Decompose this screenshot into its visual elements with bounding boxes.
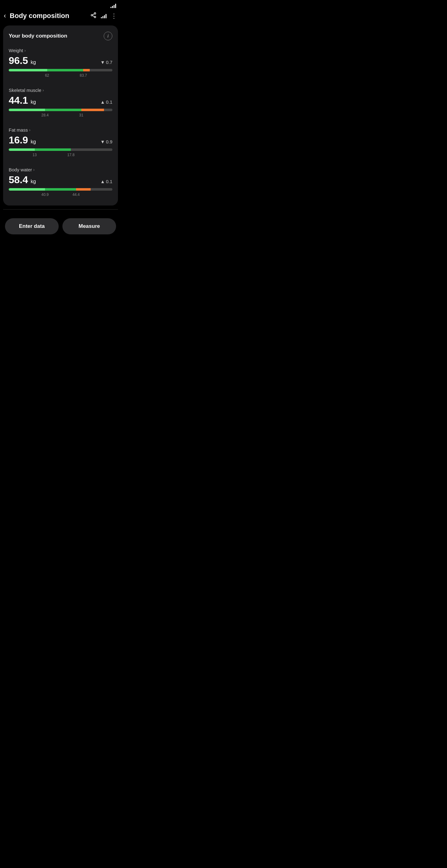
skeletal-chevron-icon: ›	[42, 88, 44, 93]
signal-icon	[110, 3, 116, 8]
skeletal-muscle-section: Skeletal muscle › 44.1 kg ▲ 0.1 28.4 31	[9, 88, 113, 119]
page-header: ‹ Body composition ⋮	[0, 9, 121, 24]
page-title: Body composition	[10, 12, 87, 20]
weight-value: 96.5 kg	[9, 55, 36, 66]
enter-data-button[interactable]: Enter data	[5, 218, 59, 235]
weight-section: Weight › 96.5 kg ▼ 0.7 62 83.7	[9, 48, 113, 79]
weight-delta: ▼ 0.7	[100, 60, 113, 65]
body-water-section: Body water › 58.4 kg ▲ 0.1 40.9 44.4	[9, 167, 113, 198]
body-water-value: 58.4 kg	[9, 174, 36, 186]
body-water-bar	[9, 188, 113, 191]
bottom-actions: Enter data Measure	[0, 215, 121, 243]
share-button[interactable]	[90, 12, 97, 20]
body-water-label[interactable]: Body water ›	[9, 167, 113, 172]
body-water-chevron-icon: ›	[33, 167, 34, 172]
back-button[interactable]: ‹	[4, 12, 6, 20]
measure-button[interactable]: Measure	[62, 218, 116, 235]
body-water-bar-labels: 40.9 44.4	[9, 192, 113, 198]
weight-chevron-icon: ›	[24, 48, 26, 53]
fat-mass-value-row: 16.9 kg ▼ 0.9	[9, 134, 113, 146]
fat-mass-chevron-icon: ›	[29, 128, 30, 132]
info-button[interactable]: i	[104, 32, 113, 40]
fat-mass-delta: ▼ 0.9	[100, 139, 113, 144]
weight-bar	[9, 69, 113, 71]
svg-line-4	[93, 14, 94, 14]
skeletal-muscle-bar-labels: 28.4 31	[9, 113, 113, 119]
body-water-delta: ▲ 0.1	[100, 179, 113, 184]
skeletal-muscle-bar	[9, 108, 113, 111]
fat-mass-section: Fat mass › 16.9 kg ▼ 0.9 13 17.8	[9, 127, 113, 158]
card-header: Your body composition i	[9, 32, 113, 40]
fat-mass-bar	[9, 148, 113, 151]
signal-bars-icon	[101, 13, 106, 18]
more-options-button[interactable]: ⋮	[111, 12, 117, 20]
fat-mass-label[interactable]: Fat mass ›	[9, 127, 113, 132]
weight-bar-labels: 62 83.7	[9, 73, 113, 79]
body-water-value-row: 58.4 kg ▲ 0.1	[9, 174, 113, 186]
card-title: Your body composition	[9, 33, 67, 39]
status-bar	[0, 0, 121, 9]
skeletal-muscle-value-row: 44.1 kg ▲ 0.1	[9, 95, 113, 106]
weight-label[interactable]: Weight ›	[9, 48, 113, 53]
fat-mass-bar-labels: 13 17.8	[9, 153, 113, 158]
skeletal-muscle-value: 44.1 kg	[9, 95, 36, 106]
divider	[3, 209, 118, 210]
svg-line-3	[93, 16, 94, 17]
skeletal-muscle-delta: ▲ 0.1	[100, 99, 113, 104]
skeletal-muscle-label[interactable]: Skeletal muscle ›	[9, 88, 113, 93]
weight-value-row: 96.5 kg ▼ 0.7	[9, 55, 113, 66]
fat-mass-value: 16.9 kg	[9, 134, 36, 146]
body-composition-card: Your body composition i Weight › 96.5 kg…	[3, 26, 118, 206]
